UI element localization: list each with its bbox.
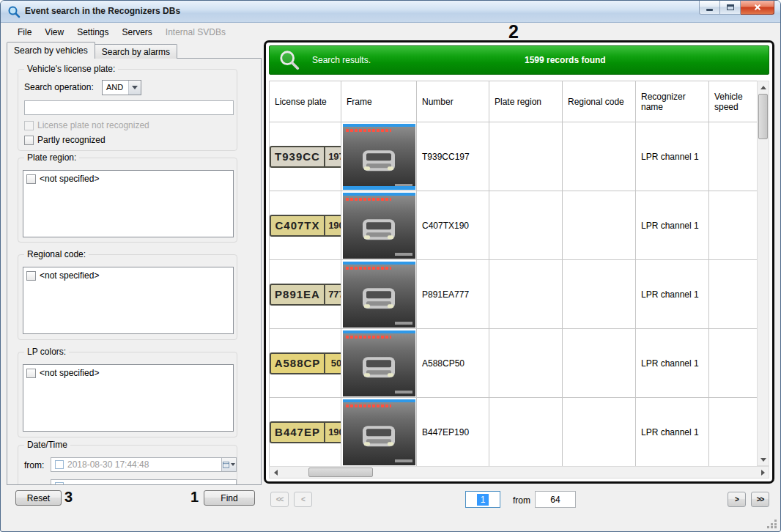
listbox-item-not-specified[interactable]: <not specified> <box>23 171 233 187</box>
recognizer-name-cell: LPR channel 1 <box>636 260 709 329</box>
group-vehicle-license-plate: Vehicle's license plate: Search operatio… <box>18 69 237 151</box>
menu-item-servers[interactable]: Servers <box>116 23 159 40</box>
date-enable-checkbox[interactable] <box>55 460 64 469</box>
tab-search-by-alarms[interactable]: Search by alarms <box>95 44 177 59</box>
find-button[interactable]: Find <box>204 490 255 506</box>
calendar-dropdown-button[interactable] <box>221 458 236 471</box>
plate-region-text: 190 <box>324 423 341 442</box>
chevron-down-icon <box>231 463 235 466</box>
scroll-left-button[interactable] <box>270 467 281 478</box>
table-row[interactable]: T939CC 197 T939CC197 LPR chan <box>270 122 757 191</box>
magnifier-icon <box>278 49 300 71</box>
checkbox-label: License plate not recognized <box>37 120 149 130</box>
column-header-regional-code[interactable]: Regional code <box>563 81 636 122</box>
title-bar[interactable]: Event search in the Recognizers DBs <box>1 1 780 23</box>
listbox-item-label: <not specified> <box>40 368 99 378</box>
column-header-recognizer-name[interactable]: Recognizer name <box>636 81 709 122</box>
date-enable-checkbox[interactable] <box>55 482 64 485</box>
lp-colors-listbox[interactable]: <not specified> <box>23 364 234 432</box>
number-cell: T939CC197 <box>417 122 489 191</box>
group-datetime: Date/Time from: 2018-08-30 17:44:48 <box>18 445 237 485</box>
to-datetime-picker[interactable] <box>51 479 237 485</box>
frame-thumbnail[interactable] <box>343 330 415 396</box>
table-row[interactable]: P891EA 777 P891EA777 LPR chan <box>270 260 757 329</box>
checkbox-icon[interactable] <box>26 271 36 281</box>
group-regional-code: Regional code: <not specified> <box>18 254 237 340</box>
column-header-plate-region[interactable]: Plate region <box>489 81 563 122</box>
arrow-right-icon <box>761 470 765 476</box>
plate-region-cell <box>489 122 563 191</box>
checkbox-icon[interactable] <box>26 174 36 184</box>
plate-region-cell <box>489 329 563 398</box>
plate-region-cell <box>489 191 563 260</box>
frame-thumbnail[interactable] <box>343 193 415 259</box>
tab-strip: Search by vehicles Search by alarms <box>7 42 177 59</box>
frame-thumbnail[interactable] <box>343 124 415 190</box>
plate-region-cell <box>489 398 563 466</box>
regional-code-listbox[interactable]: <not specified> <box>23 267 234 334</box>
checkbox-icon[interactable] <box>26 369 36 378</box>
plate-region-listbox[interactable]: <not specified> <box>23 170 234 237</box>
checkbox-partly-recognized[interactable]: Partly recognized <box>24 135 106 145</box>
search-results-status: Search results. <box>312 55 371 65</box>
last-page-button[interactable]: >> <box>751 492 769 507</box>
table-row[interactable]: A588CP 50 A588CP50 LPR channe <box>270 329 757 398</box>
next-page-button[interactable]: > <box>728 492 746 507</box>
column-header-number[interactable]: Number <box>417 81 489 122</box>
maximize-button[interactable] <box>720 1 741 15</box>
listbox-item-not-specified[interactable]: <not specified> <box>23 365 233 381</box>
first-page-button[interactable]: << <box>270 492 289 507</box>
menu-item-settings[interactable]: Settings <box>70 23 115 40</box>
column-header-license-plate[interactable]: License plate <box>270 81 341 122</box>
resize-grip[interactable] <box>767 518 777 528</box>
checkbox-icon <box>24 121 34 130</box>
checkbox-icon[interactable] <box>24 136 34 145</box>
page-number-input[interactable]: 1 <box>465 491 500 508</box>
scroll-down-button[interactable] <box>758 454 769 465</box>
combo-dropdown-button[interactable] <box>128 81 141 95</box>
listbox-item-label: <not specified> <box>40 174 99 184</box>
vertical-scrollbar-thumb[interactable] <box>758 94 768 139</box>
license-plate-input[interactable] <box>24 100 234 115</box>
table-row[interactable]: B447EP 190 B447EP190 LPR chan <box>270 398 757 466</box>
vehicle-speed-cell <box>709 191 757 260</box>
vehicle-speed-cell <box>709 329 757 398</box>
horizontal-scrollbar-thumb[interactable] <box>308 468 373 477</box>
frame-thumbnail[interactable] <box>343 262 415 328</box>
scroll-up-button[interactable] <box>758 81 769 93</box>
listbox-item-not-specified[interactable]: <not specified> <box>23 267 233 284</box>
results-header-bar: Search results. 1599 records found <box>269 45 769 75</box>
horizontal-scrollbar[interactable] <box>269 466 769 479</box>
frame-timestamp-marks <box>346 198 391 201</box>
arrow-down-icon <box>760 458 766 462</box>
chevron-down-icon <box>132 86 138 89</box>
close-button[interactable] <box>741 1 774 15</box>
tab-search-by-vehicles[interactable]: Search by vehicles <box>7 42 95 59</box>
table-row[interactable]: C407TX 190 C407TX190 LPR chan <box>270 191 757 260</box>
checkbox-license-plate-not-recognized: License plate not recognized <box>24 120 149 130</box>
search-panel: Vehicle's license plate: Search operatio… <box>7 58 262 485</box>
group-lp-colors: LP colors: <not specified> <box>18 352 237 437</box>
license-plate-image: C407TX 190 <box>270 215 341 237</box>
vehicle-silhouette <box>358 351 399 382</box>
frame-cell <box>341 329 417 398</box>
reset-button[interactable]: Reset <box>15 490 62 506</box>
menu-item-file[interactable]: File <box>11 23 38 40</box>
license-plate-image: B447EP 190 <box>270 421 341 443</box>
frame-thumbnail[interactable] <box>343 399 415 465</box>
menu-item-view[interactable]: View <box>38 23 70 40</box>
arrow-left-icon <box>274 470 278 476</box>
license-plate-cell: P891EA 777 <box>270 260 341 329</box>
previous-page-button[interactable]: < <box>294 492 312 507</box>
combo-value: AND <box>103 81 128 95</box>
from-datetime-picker[interactable]: 2018-08-30 17:44:48 <box>51 457 237 472</box>
minimize-button[interactable] <box>699 1 720 15</box>
column-header-frame[interactable]: Frame <box>341 81 417 122</box>
frame-selection-bar-top <box>343 124 415 127</box>
column-header-vehicle-speed[interactable]: Vehicle speed <box>709 81 757 122</box>
recognizer-name-cell: LPR channel 1 <box>636 329 709 398</box>
scroll-right-button[interactable] <box>757 467 769 478</box>
search-operation-combo[interactable]: AND <box>102 80 141 95</box>
camera-label-mark <box>395 322 412 325</box>
vertical-scrollbar[interactable] <box>757 81 769 466</box>
